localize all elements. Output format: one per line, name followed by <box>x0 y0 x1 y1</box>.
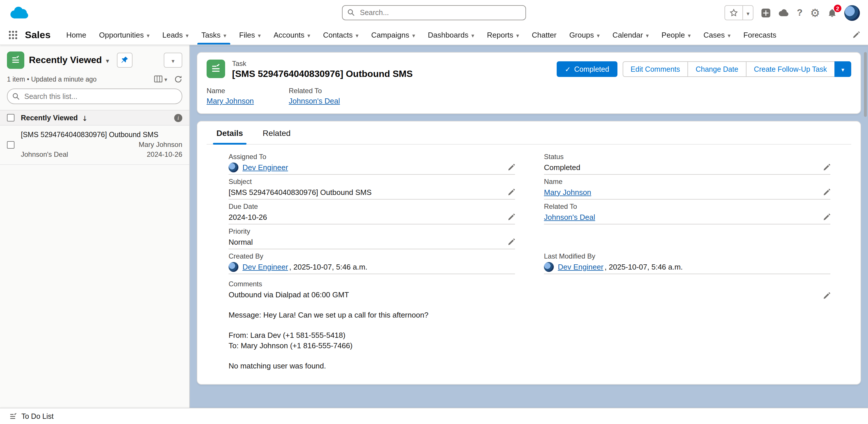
app-name[interactable]: Sales <box>25 29 51 41</box>
pencil-icon <box>852 31 860 39</box>
field-label: Comments <box>228 280 830 288</box>
highlight-field-related-to: Related To Johnson's Deal <box>289 87 344 105</box>
todo-list-button[interactable]: To Do List <box>3 409 59 424</box>
global-actions-button[interactable] <box>761 8 771 18</box>
help-button[interactable] <box>797 7 803 18</box>
assigned-to-link[interactable]: Dev Engineer <box>243 163 288 171</box>
change-date-button[interactable]: Change Date <box>687 61 746 77</box>
nav-item-home[interactable]: Home <box>60 26 93 44</box>
field-priority: Priority Normal <box>228 227 515 249</box>
nav-item-calendar[interactable]: Calendar <box>606 26 655 44</box>
notifications-button[interactable]: 2 <box>828 8 837 18</box>
row-contact-name: Mary Johnson <box>21 140 182 149</box>
nav-item-chatter[interactable]: Chatter <box>525 26 563 44</box>
create-follow-up-task-button[interactable]: Create Follow-Up Task <box>746 61 835 77</box>
global-search-input[interactable] <box>342 5 526 20</box>
list-column-header[interactable]: Recently Viewed <box>21 114 78 122</box>
nav-item-label: Opportunities <box>99 31 144 39</box>
nav-item-files[interactable]: Files <box>232 26 267 44</box>
pencil-icon <box>823 163 830 171</box>
nav-item-label: Files <box>239 31 255 39</box>
salesforce-logo <box>8 5 30 20</box>
row-checkbox[interactable] <box>7 141 14 149</box>
nav-item-opportunities[interactable]: Opportunities <box>93 26 156 44</box>
nav-item-reports[interactable]: Reports <box>480 26 525 44</box>
edit-comments-button[interactable]: Edit Comments <box>622 61 688 77</box>
global-header: 2 <box>0 0 868 26</box>
nav-item-label: People <box>661 31 685 39</box>
search-icon <box>347 9 355 16</box>
edit-name-button[interactable] <box>823 188 830 196</box>
tab-details[interactable]: Details <box>207 122 253 144</box>
scrollbar[interactable] <box>864 52 867 117</box>
pin-list-button[interactable] <box>117 53 132 68</box>
name-link[interactable]: Mary Johnson <box>544 188 591 196</box>
edit-due-date-button[interactable] <box>507 213 515 221</box>
task-list-icon <box>7 52 24 69</box>
last-modified-by-link[interactable]: Dev Engineer <box>558 262 603 271</box>
cloud-icon <box>778 9 789 17</box>
edit-navigation-button[interactable] <box>852 31 860 39</box>
list-row[interactable]: [SMS 5294764040830976] Outbound SMS Mary… <box>0 126 189 165</box>
details-field-grid: Assigned To Dev Engineer Status Co <box>197 144 861 374</box>
chevron-down-icon <box>106 55 109 65</box>
nav-item-forecasts[interactable]: Forecasts <box>737 26 783 44</box>
pencil-icon <box>823 188 830 196</box>
tab-related[interactable]: Related <box>253 122 301 144</box>
nav-item-label: Contacts <box>323 31 353 39</box>
chevron-down-icon <box>597 31 600 39</box>
edit-assigned-to-button[interactable] <box>507 163 515 171</box>
favorites-button[interactable] <box>724 5 753 20</box>
edit-comments-field-button[interactable] <box>823 292 830 300</box>
field-last-modified-by: Last Modified By Dev Engineer , 2025-10-… <box>544 252 830 274</box>
nav-item-leads[interactable]: Leads <box>156 26 195 44</box>
field-label: Name <box>544 177 830 186</box>
record-tabs: Details Related <box>207 122 851 144</box>
nav-item-label: Home <box>66 31 86 39</box>
avatar <box>228 162 239 172</box>
edit-status-button[interactable] <box>823 163 830 171</box>
edit-subject-button[interactable] <box>507 188 515 196</box>
guidance-center-button[interactable] <box>778 9 789 17</box>
record-name-link[interactable]: Mary Johnson <box>207 97 254 105</box>
nav-item-tasks[interactable]: Tasks <box>195 26 233 44</box>
row-title-link[interactable]: [SMS 5294764040830976] Outbound SMS <box>21 131 182 139</box>
app-launcher-button[interactable] <box>8 30 18 40</box>
nav-item-label: Groups <box>569 31 594 39</box>
nav-item-label: Calendar <box>613 31 643 39</box>
list-search-input[interactable] <box>7 89 182 104</box>
nav-item-people[interactable]: People <box>655 26 697 44</box>
utility-bar: To Do List <box>0 408 868 424</box>
avatar <box>228 262 239 271</box>
nav-item-groups[interactable]: Groups <box>563 26 606 44</box>
refresh-button[interactable] <box>174 75 182 83</box>
nav-item-dashboards[interactable]: Dashboards <box>422 26 480 44</box>
created-by-link[interactable]: Dev Engineer <box>243 262 288 271</box>
nav-item-cases[interactable]: Cases <box>697 26 737 44</box>
list-view-selector[interactable]: Recently Viewed <box>29 55 109 65</box>
table-columns-icon <box>154 75 163 83</box>
more-actions-button[interactable] <box>834 61 851 77</box>
nav-item-label: Chatter <box>532 31 556 39</box>
completed-button[interactable]: Completed <box>557 61 617 77</box>
chevron-down-icon <box>728 31 731 39</box>
nav-item-contacts[interactable]: Contacts <box>316 26 365 44</box>
pencil-icon <box>507 188 515 196</box>
list-view-controls-button[interactable] <box>164 53 182 68</box>
edit-related-to-button[interactable] <box>823 213 830 221</box>
related-to-link[interactable]: Johnson's Deal <box>544 213 595 221</box>
avatar[interactable] <box>844 5 860 21</box>
record-details-card: Details Related Assigned To Dev Engineer <box>197 121 861 385</box>
nav-item-accounts[interactable]: Accounts <box>267 26 316 44</box>
field-label: Assigned To <box>228 153 515 161</box>
setup-button[interactable] <box>810 7 820 18</box>
nav-item-campaigns[interactable]: Campaigns <box>365 26 422 44</box>
edit-priority-button[interactable] <box>507 238 515 246</box>
select-all-checkbox[interactable] <box>7 114 14 122</box>
chevron-down-icon <box>186 31 189 39</box>
record-related-to-link[interactable]: Johnson's Deal <box>289 97 340 105</box>
star-icon[interactable] <box>725 6 743 20</box>
favorites-dropdown[interactable] <box>743 6 753 20</box>
display-settings-button[interactable] <box>154 75 167 83</box>
subject-value: [SMS 5294764040830976] Outbound SMS <box>228 188 502 196</box>
